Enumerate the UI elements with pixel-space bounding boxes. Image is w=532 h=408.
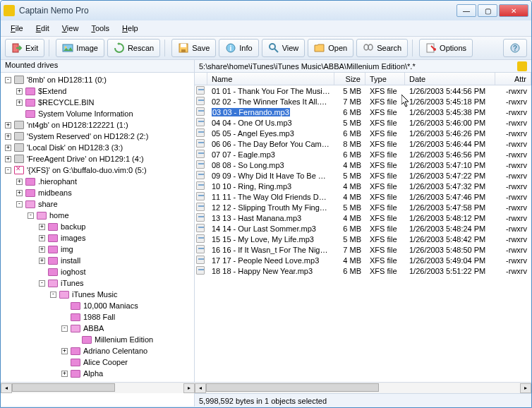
tree-expander[interactable]: + — [16, 88, 23, 95]
tree-node[interactable]: -ABBA — [2, 323, 194, 334]
tree-expander[interactable]: + — [16, 190, 23, 196]
tree-expander[interactable]: + — [5, 145, 11, 151]
maximize-button[interactable]: ▢ — [478, 4, 497, 17]
tree-node[interactable]: -iTunes — [2, 277, 194, 289]
tree-view[interactable]: -'8mb' on HD128:11 (0:)+$Extend+$RECYCLE… — [1, 73, 195, 406]
tree-expander[interactable]: + — [39, 235, 45, 241]
tree-expander[interactable]: + — [5, 133, 11, 140]
tree-node[interactable]: -'8mb' on HD128:11 (0:) — [2, 74, 194, 85]
file-row[interactable]: 08 08 - So Long.mp34 MBXFS file1/26/2003… — [195, 160, 531, 170]
tree-expander[interactable]: + — [16, 179, 23, 185]
tree-expander[interactable]: - — [16, 201, 23, 208]
close-button[interactable]: ✕ — [499, 4, 528, 17]
col-type[interactable]: Type — [365, 73, 405, 85]
tree-expander[interactable]: - — [61, 325, 68, 332]
file-row[interactable]: 11 11 - The Way Old Friends Do.mp34 MBXF… — [195, 191, 531, 202]
view-button[interactable]: View — [262, 39, 306, 57]
tree-node[interactable]: +'System Reserved' on HD128:2 (2:) — [2, 131, 194, 142]
file-row[interactable]: 17 17 - People Need Love.mp34 MBXFS file… — [195, 255, 531, 265]
tree-expander[interactable]: + — [61, 348, 68, 354]
rescan-button[interactable]: Rescan — [107, 39, 160, 57]
tree-expander[interactable]: - — [28, 212, 34, 219]
menu-help[interactable]: Help — [116, 23, 144, 34]
menu-file[interactable]: File — [5, 23, 29, 34]
tree-node[interactable]: +images — [2, 232, 194, 244]
tree-node[interactable]: +'FreeAgent Drive' on HD129:1 (4:) — [2, 153, 194, 164]
tree-expander[interactable]: + — [39, 246, 45, 253]
file-row[interactable]: 10 10 - Ring, Ring.mp34 MBXFS file1/26/2… — [195, 181, 531, 191]
tree-node[interactable]: +backup — [2, 221, 194, 232]
file-row[interactable]: 04 04 - One Of Us.mp35 MBXFS file1/26/20… — [195, 117, 531, 128]
tree-expander[interactable]: - — [5, 167, 11, 174]
tree-node[interactable]: ioghost — [2, 266, 194, 277]
tree-expander[interactable]: + — [39, 224, 45, 230]
tree-node[interactable]: -iTunes Music — [2, 289, 194, 300]
tree-node[interactable]: Millenium Edition — [2, 334, 194, 345]
tree-expander[interactable]: - — [39, 280, 45, 287]
menu-view[interactable]: View — [56, 23, 85, 34]
tree-expander[interactable]: + — [39, 258, 45, 264]
tree-node[interactable]: -share — [2, 198, 194, 210]
tree-expander[interactable]: + — [5, 122, 11, 128]
tree-node[interactable]: 10,000 Maniacs — [2, 300, 194, 311]
file-row[interactable]: 14 14 - Our Last Sommer.mp36 MBXFS file1… — [195, 223, 531, 234]
options-button[interactable]: Options — [419, 39, 473, 57]
tree-node[interactable]: +Alpha — [2, 368, 194, 379]
file-row[interactable]: 07 07 - Eagle.mp36 MBXFS file1/26/2003 5… — [195, 149, 531, 160]
tree-expander[interactable]: + — [61, 371, 68, 377]
file-row[interactable]: 16 16 - If It Wasn_t For The Night....7 … — [195, 244, 531, 255]
col-name[interactable]: Name — [207, 73, 334, 85]
scroll-thumb[interactable] — [206, 383, 379, 392]
exit-button[interactable]: Exit — [5, 39, 44, 57]
menu-edit[interactable]: Edit — [30, 23, 55, 34]
tree-node[interactable]: -home — [2, 210, 194, 221]
minimize-button[interactable]: — — [457, 4, 476, 17]
folder-up-icon[interactable] — [517, 61, 527, 71]
file-row[interactable]: 03 03 - Fernando.mp36 MBXFS file1/26/200… — [195, 107, 531, 117]
col-size[interactable]: Size — [334, 73, 365, 85]
open-button[interactable]: Open — [308, 39, 353, 57]
info-button[interactable]: iInfo — [219, 39, 258, 57]
tree-node[interactable]: +$Extend — [2, 85, 194, 97]
tree-node[interactable]: 1988 Fall — [2, 311, 194, 323]
tree-node[interactable]: +midbeans — [2, 187, 194, 198]
tree-node[interactable]: +Adriano Celentano — [2, 345, 194, 356]
file-row[interactable]: 09 09 - Why Did It Have To Be Me....5 MB… — [195, 170, 531, 181]
tree-scroll-left-button[interactable]: ◂ — [1, 383, 12, 393]
scroll-right-button[interactable]: ▸ — [520, 383, 531, 393]
tree-expander[interactable]: + — [5, 156, 11, 162]
col-icon[interactable] — [195, 73, 207, 85]
tree-node[interactable]: -'{XFS}' on G:\buffalo-duo.vim:0 (5:) — [2, 164, 194, 176]
tree-node[interactable]: +.hierophant — [2, 176, 194, 187]
menu-tools[interactable]: Tools — [85, 23, 115, 34]
titlebar[interactable]: Captain Nemo Pro — ▢ ✕ — [1, 1, 531, 20]
file-row[interactable]: 02 02 - The Winner Takes It All.mp37 MBX… — [195, 96, 531, 107]
save-button[interactable]: Save — [171, 39, 216, 57]
file-row[interactable]: 06 06 - The Day Befor You Came.m...8 MBX… — [195, 138, 531, 149]
image-button[interactable]: Image — [56, 39, 104, 57]
help-button[interactable]: ? — [503, 39, 527, 57]
tree-node[interactable]: +install — [2, 255, 194, 266]
file-hscrollbar[interactable]: ◂ ▸ — [195, 382, 531, 393]
tree-expander[interactable]: - — [50, 292, 56, 298]
file-row[interactable]: 05 05 - Angel Eyes.mp36 MBXFS file1/26/2… — [195, 128, 531, 138]
col-attr[interactable]: Attr — [495, 73, 531, 85]
tree-node[interactable]: +'Local Disk' on HD128:3 (3:) — [2, 142, 194, 153]
file-list[interactable]: 01 01 - Thank You For The Music...5 MBXF… — [195, 85, 531, 382]
col-date[interactable]: Date — [405, 73, 495, 85]
tree-node[interactable]: +'nt4gb' on HD128:122221 (1:) — [2, 119, 194, 131]
file-row[interactable]: 15 15 - My Love, My Life.mp35 MBXFS file… — [195, 234, 531, 244]
tree-node[interactable]: +img — [2, 244, 194, 255]
tree-node[interactable]: +$RECYCLE.BIN — [2, 97, 194, 108]
search-button[interactable]: Search — [356, 39, 408, 57]
tree-expander[interactable]: - — [5, 77, 11, 83]
file-row[interactable]: 13 13 - Hast Manana.mp34 MBXFS file1/26/… — [195, 212, 531, 223]
tree-node[interactable]: Alice Cooper — [2, 356, 194, 368]
tree-expander[interactable]: + — [16, 100, 23, 106]
scroll-left-button[interactable]: ◂ — [195, 383, 206, 393]
file-row[interactable]: 01 01 - Thank You For The Music...5 MBXF… — [195, 85, 531, 96]
file-row[interactable]: 18 18 - Happy New Year.mp36 MBXFS file1/… — [195, 265, 531, 276]
file-row[interactable]: 12 12 - Slipping Trouth My Fingers....5 … — [195, 202, 531, 212]
tree-scroll-right-button[interactable]: ▸ — [183, 383, 195, 393]
tree-node[interactable]: System Volume Information — [2, 108, 194, 119]
